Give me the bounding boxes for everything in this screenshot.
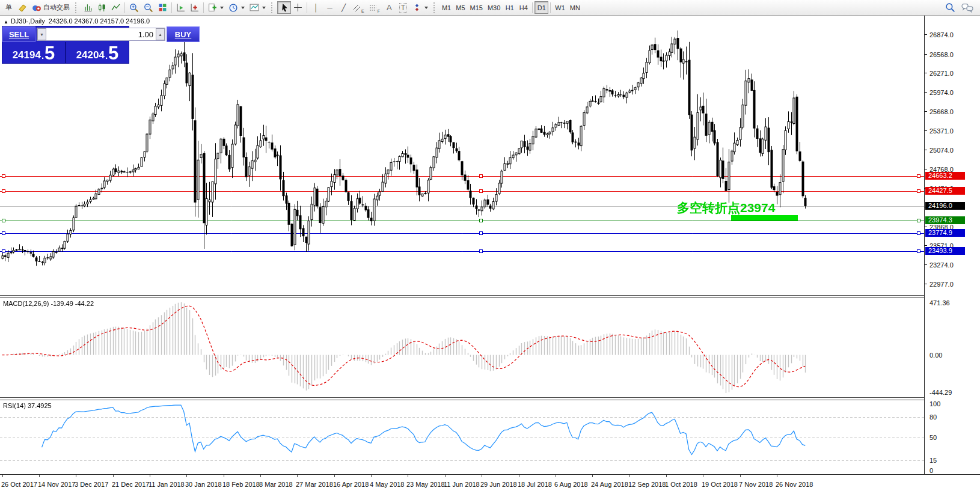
- rsi-canvas[interactable]: [0, 400, 924, 474]
- chart-shift-icon: [190, 3, 199, 12]
- sell-button[interactable]: SELL: [2, 26, 35, 42]
- volume-input[interactable]: [46, 28, 156, 40]
- dropdown-arrow-icon: [424, 7, 428, 9]
- line-chart-button[interactable]: [109, 1, 123, 14]
- date-axis-tick: [482, 475, 482, 477]
- auto-scroll-button[interactable]: [174, 1, 188, 14]
- date-axis-tick: [334, 475, 335, 477]
- crosshair-button[interactable]: [291, 1, 305, 14]
- current-price-label: 24196.0: [925, 202, 965, 210]
- new-chart-icon: [208, 3, 217, 12]
- text-label-tool-button[interactable]: T: [396, 1, 410, 14]
- new-order-button[interactable]: 单: [2, 1, 16, 14]
- channel-tool-button[interactable]: E: [351, 1, 367, 14]
- equidistant-channel-icon: [353, 4, 361, 12]
- timeframe-m1-button[interactable]: M1: [439, 1, 453, 14]
- date-axis-tick: [2, 475, 3, 477]
- text-tool-button[interactable]: A: [382, 1, 396, 14]
- timeframe-m30-button[interactable]: M30: [485, 1, 503, 14]
- buy-button[interactable]: BUY: [167, 26, 200, 42]
- date-axis-label: 8 Mar 2018: [259, 481, 293, 488]
- date-axis-tick: [39, 475, 40, 477]
- zoom-in-icon: [129, 3, 139, 13]
- chat-icon[interactable]: [961, 3, 973, 13]
- horizontal-line-tool-button[interactable]: ─: [323, 1, 337, 14]
- metaeditor-icon: [18, 3, 27, 12]
- macd-canvas[interactable]: [0, 298, 924, 397]
- timeframe-mn-button[interactable]: MN: [568, 1, 583, 14]
- arrow-shapes-icon: [412, 3, 421, 12]
- ohlc-values: 24326.0 24367.0 24157.0 24196.0: [49, 17, 150, 25]
- date-axis-tick: [556, 475, 556, 477]
- timeframe-m15-button[interactable]: M15: [468, 1, 485, 14]
- date-axis-label: 18 Feb 2018: [222, 481, 260, 488]
- macd-axis-min: -444.29: [925, 389, 952, 396]
- tile-windows-button[interactable]: [156, 1, 170, 14]
- date-axis-tick: [186, 475, 187, 477]
- buy-price[interactable]: 24204.5: [65, 42, 129, 63]
- price-axis[interactable]: 26874.026568.026271.025974.025668.025371…: [924, 16, 980, 474]
- timeframe-m5-button[interactable]: M5: [453, 1, 467, 14]
- vertical-line-icon: │: [314, 4, 319, 12]
- zoom-in-button[interactable]: [127, 1, 141, 14]
- toolbar-grip[interactable]: [433, 2, 436, 13]
- price-axis-tick: 25074.0: [925, 147, 954, 154]
- rsi-label: RSI(14) 37.4925: [3, 402, 52, 409]
- zoom-out-icon: [144, 3, 153, 13]
- date-axis-label: 30 Jan 2018: [185, 481, 222, 488]
- timeframe-w1-button[interactable]: W1: [553, 1, 568, 14]
- toolbar-divider: [550, 2, 551, 13]
- template-icon: [250, 3, 259, 12]
- templates-button[interactable]: [247, 1, 268, 14]
- bar-chart-button[interactable]: [81, 1, 95, 14]
- collapse-triangle-icon[interactable]: ▲: [4, 19, 8, 25]
- date-axis-label: 24 Aug 2018: [591, 481, 628, 488]
- trendline-icon: ╱: [341, 4, 346, 12]
- mt4-window: 单 自动交易: [0, 0, 980, 494]
- candlestick-chart-button[interactable]: [95, 1, 109, 14]
- volume-increase-button[interactable]: ▲: [156, 28, 165, 40]
- chart-shift-button[interactable]: [188, 1, 201, 14]
- timeframe-h4-button[interactable]: H4: [516, 1, 530, 14]
- fibonacci-tool-button[interactable]: F: [367, 1, 382, 14]
- price-chart-canvas[interactable]: [0, 16, 924, 295]
- spinner-up-icon: ▲: [158, 32, 162, 37]
- date-axis-tick: [150, 475, 150, 477]
- date-axis-label: 6 Aug 2018: [554, 481, 588, 488]
- rsi-axis-label: 15: [925, 457, 937, 464]
- text-label-icon: T: [399, 3, 407, 13]
- date-axis-label: 23 May 2018: [406, 481, 445, 488]
- cursor-button[interactable]: [277, 1, 291, 14]
- cursor-icon: [280, 3, 289, 12]
- one-click-trading-panel: SELL ▼ ▲ BUY 24194.5 24204.5: [2, 26, 129, 64]
- timeframe-h1-button[interactable]: H1: [503, 1, 516, 14]
- toolbar-divider: [203, 2, 204, 13]
- rsi-axis-label: 100: [925, 400, 940, 407]
- timeframe-d1-button[interactable]: D1: [534, 1, 548, 14]
- zoom-out-button[interactable]: [141, 1, 156, 14]
- fibonacci-subscript: F: [378, 9, 380, 13]
- metaeditor-button[interactable]: [16, 1, 29, 14]
- autotrading-button[interactable]: 自动交易: [29, 1, 72, 14]
- toolbar-grip[interactable]: [75, 2, 78, 13]
- date-axis-tick: [740, 475, 741, 477]
- sell-price[interactable]: 24194.5: [2, 42, 65, 63]
- date-axis-label: 11 Jun 2018: [444, 481, 480, 488]
- crosshair-icon: [293, 3, 302, 12]
- rsi-axis-label: 50: [925, 434, 937, 441]
- channel-subscript: E: [361, 9, 364, 13]
- search-icon[interactable]: [945, 2, 955, 13]
- price-axis-tick: 23274.0: [925, 261, 954, 269]
- vertical-line-tool-button[interactable]: │: [309, 1, 323, 14]
- periods-button[interactable]: [226, 1, 247, 14]
- chart-area: ▲DJ30-,Daily24326.0 24367.0 24157.0 2419…: [0, 16, 980, 494]
- volume-decrease-button[interactable]: ▼: [37, 28, 46, 40]
- toolbar-grip[interactable]: [271, 2, 274, 13]
- date-axis[interactable]: 26 Oct 201714 Nov 20173 Dec 201721 Dec 2…: [0, 474, 980, 494]
- trendline-tool-button[interactable]: ╱: [337, 1, 351, 14]
- arrows-tool-button[interactable]: [410, 1, 430, 14]
- price-axis-tick: 25371.0: [925, 127, 954, 135]
- new-chart-button[interactable]: [206, 1, 226, 14]
- toolbar-divider: [532, 2, 533, 13]
- price-pane: ▲DJ30-,Daily24326.0 24367.0 24157.0 2419…: [0, 16, 924, 295]
